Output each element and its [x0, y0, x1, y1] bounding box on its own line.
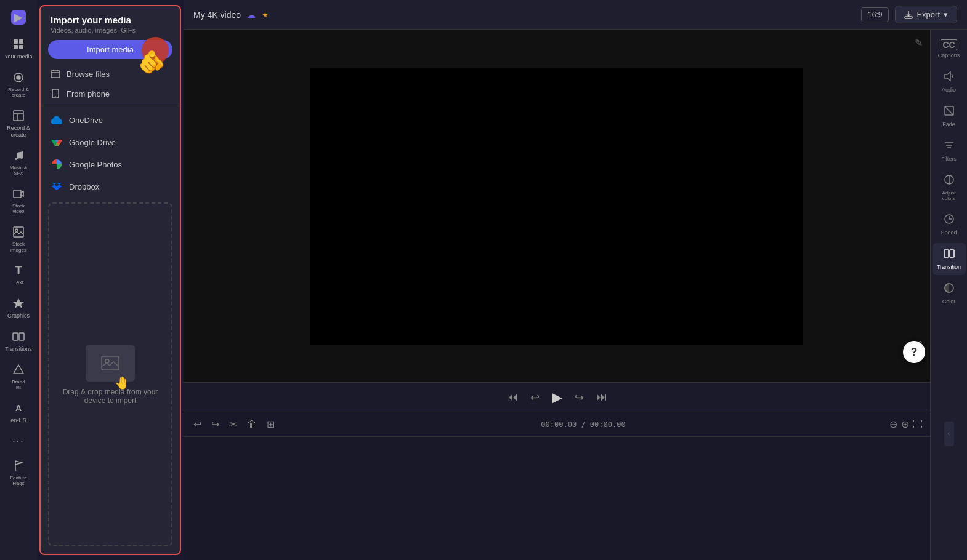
- browse-files-option[interactable]: Browse files: [41, 64, 180, 84]
- sidebar-item-stock-images[interactable]: Stockimages: [0, 220, 37, 258]
- right-panel-spacer: ‹: [944, 312, 954, 555]
- sidebar-item-feature-flags[interactable]: FeatureFlags: [0, 454, 37, 492]
- transition-label: Transition: [937, 264, 961, 270]
- sidebar-item-label-brand-kit: Brandkit: [12, 379, 25, 391]
- timeline-track-area[interactable]: [184, 437, 930, 560]
- right-panel-adjust-colors[interactable]: Adjustcolors: [933, 169, 966, 206]
- google-drive-option[interactable]: Google Drive: [41, 131, 180, 153]
- sidebar-item-label-stock-video: Stockvideo: [12, 203, 25, 215]
- video-canvas[interactable]: [310, 68, 803, 345]
- time-total: 00:00.00: [590, 420, 626, 429]
- sidebar-item-label-text: Text: [14, 279, 24, 286]
- audio-icon: [944, 71, 955, 85]
- zoom-in-button[interactable]: ⊕: [901, 418, 909, 430]
- import-panel-title: Import your media: [51, 15, 170, 25]
- collapse-handle[interactable]: ‹: [944, 422, 954, 446]
- svg-rect-2: [14, 45, 18, 49]
- google-drive-icon: [51, 136, 63, 148]
- drop-zone-text: Drag & drop media from your device to im…: [49, 388, 171, 405]
- frame-back-button[interactable]: ↩: [530, 391, 540, 404]
- onedrive-label: OneDrive: [69, 116, 103, 125]
- skip-forward-button[interactable]: ⏭: [596, 391, 607, 404]
- project-title[interactable]: My 4K video: [193, 10, 241, 20]
- play-button[interactable]: ▶: [552, 390, 562, 406]
- feature-flags-icon: [11, 458, 26, 473]
- right-panel-speed[interactable]: Speed: [933, 209, 966, 241]
- adjust-colors-label: Adjustcolors: [942, 190, 955, 201]
- delete-button[interactable]: 🗑: [245, 417, 259, 433]
- sidebar-item-your-media[interactable]: Your media: [0, 32, 37, 65]
- sidebar-item-brand-kit[interactable]: Brandkit: [0, 358, 37, 396]
- en-us-icon: A: [11, 401, 26, 415]
- edit-icon[interactable]: ✎: [915, 37, 923, 49]
- right-panel-filters[interactable]: Filters: [933, 135, 966, 167]
- sidebar-item-transitions[interactable]: Transitions: [0, 324, 37, 358]
- transitions-icon: [11, 329, 26, 344]
- dropbox-option[interactable]: Dropbox: [41, 175, 180, 198]
- svg-point-34: [105, 359, 109, 363]
- import-media-button[interactable]: Import media: [48, 40, 172, 59]
- dropbox-label: Dropbox: [69, 182, 99, 191]
- google-photos-label: Google Photos: [69, 160, 122, 169]
- import-panel-header: Import your media Videos, audio, images,…: [41, 6, 180, 40]
- sidebar-item-label-record-create: Record &create: [8, 87, 28, 98]
- skip-back-button[interactable]: ⏮: [507, 391, 518, 404]
- sidebar-item-more[interactable]: ···: [0, 429, 37, 454]
- right-panel-captions[interactable]: CC Captions: [933, 34, 966, 63]
- cut-button[interactable]: ✂: [227, 416, 240, 433]
- from-phone-label: From phone: [67, 89, 110, 98]
- import-panel-subtitle: Videos, audio, images, GIFs: [51, 26, 170, 34]
- svg-marker-37: [945, 72, 950, 81]
- sidebar-item-text[interactable]: T Text: [0, 258, 37, 291]
- sidebar-item-record-create[interactable]: Record &create: [0, 65, 37, 103]
- right-panel-fade[interactable]: Fade: [933, 100, 966, 132]
- aspect-ratio-badge[interactable]: 16:9: [861, 7, 889, 22]
- copy-button[interactable]: ⊞: [264, 416, 277, 433]
- sidebar-item-templates[interactable]: Record & create: [0, 103, 37, 143]
- google-photos-option[interactable]: Google Photos: [41, 153, 180, 175]
- zoom-out-button[interactable]: ⊖: [889, 418, 897, 430]
- sidebar-item-graphics[interactable]: Graphics: [0, 291, 37, 324]
- logo[interactable]: ▶: [0, 5, 37, 30]
- svg-rect-44: [944, 250, 949, 257]
- dropbox-icon: [51, 180, 63, 193]
- sidebar-item-stock-video[interactable]: Stockvideo: [0, 182, 37, 220]
- frame-forward-button[interactable]: ↪: [575, 391, 584, 404]
- filters-label: Filters: [941, 156, 957, 162]
- sidebar-item-label-your-media: Your media: [4, 54, 32, 60]
- sidebar-item-en-us[interactable]: A en-US: [0, 396, 37, 429]
- help-button[interactable]: ?: [903, 341, 925, 363]
- your-media-icon: [11, 37, 26, 52]
- stock-video-icon: [11, 186, 26, 201]
- browse-files-label: Browse files: [67, 70, 110, 79]
- drop-zone[interactable]: 🤚 Drag & drop media from your device to …: [48, 202, 172, 546]
- svg-rect-45: [950, 250, 954, 257]
- sidebar-item-label-music-sfx: Music &SFX: [10, 165, 27, 177]
- more-icon: ···: [11, 434, 26, 449]
- right-panel-color[interactable]: Color: [933, 278, 966, 310]
- top-bar: My 4K video ☁ ★ 16:9 Export ▾: [184, 0, 967, 30]
- sidebar-item-label-templates: Record & create: [2, 125, 34, 138]
- undo-button[interactable]: ↩: [191, 416, 204, 433]
- captions-icon: CC: [941, 39, 957, 50]
- time-current: 00:00.00: [541, 420, 577, 429]
- import-panel: Import your media Videos, audio, images,…: [39, 5, 181, 555]
- sidebar: ▶ Your media Record &create: [0, 0, 37, 560]
- export-label: Export: [916, 10, 940, 19]
- video-preview: ✎ ⛶: [184, 30, 930, 382]
- color-icon: [944, 282, 955, 297]
- fit-button[interactable]: ⛶: [913, 419, 923, 430]
- svg-point-9: [15, 158, 17, 160]
- from-phone-option[interactable]: From phone: [41, 84, 180, 103]
- export-button[interactable]: Export ▾: [895, 6, 957, 23]
- svg-point-5: [17, 76, 20, 79]
- right-panel-transition[interactable]: Transition: [933, 243, 966, 275]
- svg-rect-20: [52, 89, 59, 98]
- onedrive-option[interactable]: OneDrive: [41, 109, 180, 131]
- right-panel-audio[interactable]: Audio: [933, 66, 966, 98]
- fade-icon: [944, 105, 955, 119]
- redo-button[interactable]: ↪: [209, 416, 222, 433]
- sidebar-item-music-sfx[interactable]: Music &SFX: [0, 143, 37, 182]
- svg-rect-36: [905, 17, 912, 18]
- sidebar-item-label-stock-images: Stockimages: [10, 241, 26, 253]
